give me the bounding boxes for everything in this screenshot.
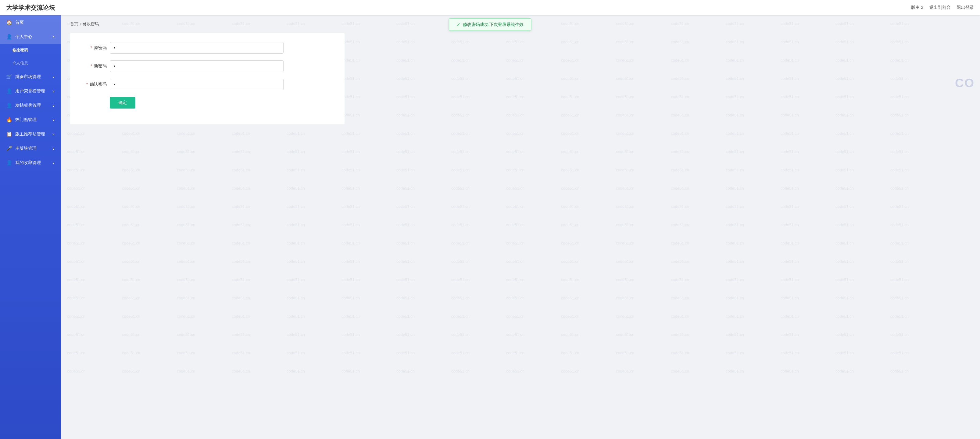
watermark-text: code51.cn [835,241,854,245]
watermark-text: code51.cn [342,150,360,154]
watermark-text: code51.cn [781,150,799,154]
logout-button[interactable]: 退出登录 [957,5,974,10]
watermark-text: code51.cn [67,259,85,264]
watermark-text: code51.cn [342,296,360,300]
chevron-down-icon-7: ∨ [52,161,55,165]
watermark-text: code51.cn [177,150,195,154]
back-to-frontend-button[interactable]: 退出到前台 [929,5,951,10]
watermark-text: code51.cn [671,314,689,318]
sidebar-item-sub-block[interactable]: 🎤 主版块管理 ∨ [0,141,61,156]
watermark-text: code51.cn [122,204,140,209]
watermark-text: code51.cn [396,296,415,300]
chevron-down-icon-6: ∨ [52,146,55,151]
breadcrumb-separator: / [80,22,81,27]
sidebar-item-hot-posts[interactable]: 🔥 热门贴管理 ∨ [0,113,61,127]
watermark-text: code51.cn [616,369,634,374]
watermark-text: code51.cn [726,204,744,209]
sidebar-hot-posts-label: 热门贴管理 [15,117,37,122]
watermark-text: code51.cn [342,223,360,227]
sidebar-item-honor[interactable]: 👤 用户荣誉榜管理 ∨ [0,84,61,98]
watermark-text: code51.cn [561,241,579,245]
watermark-text: code51.cn [616,277,634,282]
watermark-text: code51.cn [232,351,250,355]
watermark-text: code51.cn [561,369,579,374]
watermark-text: code51.cn [67,296,85,300]
old-password-input[interactable] [110,42,283,54]
sidebar-item-post-tag[interactable]: 👤 发帖标兵管理 ∨ [0,98,61,113]
watermark-text: code51.cn [671,241,689,245]
watermark-text: code51.cn [122,332,140,337]
watermark-text: code51.cn [781,296,799,300]
watermark-text: code51.cn [671,168,689,172]
watermark-text: code51.cn [726,296,744,300]
confirm-password-label: * 确认密码 [82,82,110,87]
watermark-text: code51.cn [616,296,634,300]
watermark-text: code51.cn [616,186,634,191]
watermark-text: code51.cn [506,277,525,282]
watermark-text: code51.cn [506,259,525,264]
watermark-text: code51.cn [506,150,525,154]
watermark-text: code51.cn [396,168,415,172]
watermark-text: code51.cn [451,369,469,374]
sidebar-sub-block-label: 主版块管理 [15,146,37,151]
watermark-text: code51.cn [781,259,799,264]
watermark-text: code51.cn [122,277,140,282]
watermark-text: code51.cn [890,131,908,136]
watermark-text: code51.cn [451,204,469,209]
watermark-text: code51.cn [286,259,305,264]
watermark-text: code51.cn [890,369,908,374]
watermark-text: code51.cn [561,150,579,154]
site-title: 大学学术交流论坛 [6,4,55,12]
watermark-text: code51.cn [561,186,579,191]
chevron-down-icon-2: ∨ [52,89,55,93]
sidebar-personal-info-label: 个人信息 [12,60,28,66]
watermark-text: code51.cn [286,204,305,209]
watermark-text: code51.cn [726,259,744,264]
sidebar-item-home[interactable]: 🏠 首页 [0,15,61,30]
submit-button[interactable]: 确定 [110,97,135,108]
watermark-text: code51.cn [671,186,689,191]
confirm-password-input[interactable] [110,79,283,90]
watermark-text: code51.cn [726,314,744,318]
watermark-text: code51.cn [122,351,140,355]
watermark-text: code51.cn [177,369,195,374]
watermark-text: code51.cn [561,332,579,337]
watermark-text: code51.cn [122,296,140,300]
main-layout: 🏠 首页 👤 个人中心 ∧ 修改密码 个人信息 🛒 跳蚤市场管理 ∨ 👤 用户荣… [0,15,980,439]
watermark-text: code51.cn [342,369,360,374]
watermark-text: code51.cn [671,351,689,355]
watermark-text: code51.cn [616,259,634,264]
watermark-text: code51.cn [835,351,854,355]
watermark-text: code51.cn [616,332,634,337]
watermark-text: code51.cn [286,314,305,318]
watermark-text: code51.cn [177,314,195,318]
watermark-text: code51.cn [616,204,634,209]
new-password-input[interactable] [110,60,283,72]
sidebar-item-favorites[interactable]: 👤 我的收藏管理 ∨ [0,156,61,170]
sidebar-item-recommend[interactable]: 📋 版主推荐贴管理 ∨ [0,127,61,141]
breadcrumb-home[interactable]: 首页 [70,21,78,27]
watermark-text: code51.cn [671,223,689,227]
sidebar-item-personal[interactable]: 👤 个人中心 ∧ [0,30,61,44]
watermark-text: code51.cn [726,351,744,355]
watermark-text: code51.cn [451,296,469,300]
sidebar-sub-personal-info[interactable]: 个人信息 [0,57,61,70]
watermark-text: code51.cn [396,259,415,264]
watermark-text: code51.cn [671,204,689,209]
watermark-text: code51.cn [781,351,799,355]
sidebar-item-flea-market[interactable]: 🛒 跳蚤市场管理 ∨ [0,70,61,84]
watermark-text: code51.cn [396,223,415,227]
watermark-text: code51.cn [67,204,85,209]
watermark-text: code51.cn [67,314,85,318]
watermark-text: code51.cn [835,186,854,191]
watermark-text: code51.cn [67,277,85,282]
watermark-text: code51.cn [616,314,634,318]
watermark-text: code51.cn [781,332,799,337]
watermark-text: code51.cn [726,241,744,245]
watermark-text: code51.cn [451,332,469,337]
sidebar-sub-change-password[interactable]: 修改密码 [0,44,61,57]
watermark-text: code51.cn [781,241,799,245]
watermark-text: code51.cn [451,259,469,264]
watermark-text: code51.cn [396,351,415,355]
watermark-text: code51.cn [67,223,85,227]
